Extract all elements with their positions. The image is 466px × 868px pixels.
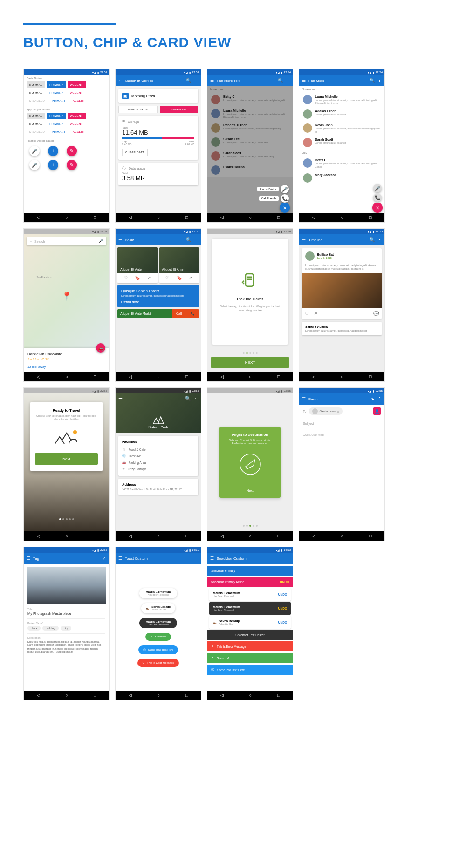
share-icon[interactable]: ↗ (314, 311, 317, 316)
tag-chip[interactable]: black (27, 626, 41, 631)
menu-icon[interactable]: ☰ (210, 556, 214, 561)
check-icon[interactable]: ✓ (103, 556, 106, 561)
recent-icon[interactable]: □ (94, 215, 96, 220)
description-input[interactable]: Duis felis metus, elementum a lectus id,… (24, 640, 109, 654)
undo-button[interactable]: UNDO (280, 580, 289, 583)
share-icon[interactable]: ↗ (147, 276, 151, 280)
heart-icon[interactable]: ♡ (124, 276, 128, 280)
btn-normal[interactable]: NORMAL (27, 113, 45, 119)
tag-chip[interactable]: building (42, 626, 59, 631)
more-icon[interactable]: ⋮ (377, 78, 382, 83)
btn-accent[interactable]: ACCENT (68, 81, 86, 88)
btn-flat-primary2[interactable]: PRIMARY (49, 97, 69, 104)
more-icon[interactable]: ⋮ (286, 78, 290, 83)
next-button[interactable]: Next (35, 453, 98, 465)
bookmark-icon[interactable]: 🔖 (177, 276, 182, 280)
btn-flat-normal[interactable]: NORMAL (27, 89, 45, 96)
btn-accent[interactable]: ACCENT (68, 113, 86, 119)
menu-icon[interactable]: ☰ (302, 78, 306, 83)
fab-add[interactable]: + (48, 160, 58, 170)
search-icon[interactable]: 🔍 (186, 237, 191, 242)
fab-directions[interactable]: 🚗 (96, 343, 105, 353)
snackbar: Mauris ElementumHas Been RemovedUNDO (209, 602, 291, 615)
snackbar: Snackbar Primary ActionUNDO (207, 577, 293, 587)
send-icon[interactable]: ➤ (371, 397, 375, 401)
bookmark-icon[interactable]: 🔖 (135, 276, 140, 280)
menu-icon[interactable]: ☰ (118, 396, 123, 401)
menu-icon[interactable]: ☰ (302, 397, 306, 401)
screen-toast: ▾◢▮14:13 ☰Toast Custom Mauris ElementumH… (115, 547, 201, 700)
fab-edit[interactable]: ✎ (67, 146, 77, 156)
home-icon[interactable]: ○ (66, 215, 68, 220)
fab-mic[interactable]: 🎤 (29, 160, 40, 170)
more-icon[interactable]: ⋮ (194, 78, 198, 83)
share-icon[interactable]: ↗ (189, 276, 192, 280)
search-icon[interactable]: 🔍 (186, 78, 191, 83)
next-button[interactable]: NEXT (211, 357, 289, 368)
more-icon[interactable]: ⋮ (377, 397, 382, 401)
next-button[interactable]: Next (225, 487, 274, 492)
fab-mic[interactable]: 🎤 (29, 146, 40, 156)
heart-icon[interactable]: ♡ (165, 276, 169, 280)
menu-icon[interactable]: ☰ (210, 78, 214, 83)
fab-close[interactable]: ✕ (280, 203, 290, 213)
btn-flat-primary2[interactable]: PRIMARY (49, 129, 69, 135)
btn-flat-accent2[interactable]: ACCENT (70, 129, 88, 135)
fab-edit[interactable]: ✎ (67, 160, 77, 170)
menu-icon[interactable]: ☰ (302, 237, 306, 242)
btn-normal[interactable]: NORMAL (27, 81, 45, 88)
title-input[interactable]: My Photograph Masterpiece (24, 611, 109, 618)
menu-icon[interactable]: ☰ (27, 556, 30, 561)
screen-utilities: ▾◢▮22:54 ←Button In Utilities🔍⋮ ▣ Mornin… (115, 69, 201, 223)
btn-flat-accent[interactable]: ACCENT (68, 89, 86, 96)
subject-input[interactable]: Subject (299, 418, 384, 429)
search-icon[interactable]: 🔍 (185, 396, 191, 401)
comment-icon[interactable]: 💬 (373, 311, 379, 316)
tag-chip[interactable]: city (61, 626, 71, 631)
fab-voice[interactable]: 🎤 (281, 185, 289, 193)
body-input[interactable]: Compose Mail (299, 429, 384, 440)
btn-primary[interactable]: PRIMARY (47, 113, 66, 119)
heart-icon[interactable]: ♡ (305, 311, 309, 316)
search-icon[interactable]: 🔍 (370, 237, 375, 242)
search-icon[interactable]: 🔍 (278, 78, 283, 83)
menu-icon[interactable]: ≡ (30, 240, 32, 243)
fab-mic[interactable]: 🎤 (373, 184, 382, 192)
snackbar: 👞Seven BelladjiAdded to CartUNDO (209, 616, 291, 629)
force-stop-button[interactable]: FORCE STOP (118, 106, 158, 113)
back-icon[interactable]: ◁ (37, 215, 40, 220)
menu-icon[interactable]: ☰ (118, 237, 122, 242)
btn-primary[interactable]: PRIMARY (47, 81, 66, 88)
page-title: BUTTON, CHIP & CARD VIEW (23, 34, 443, 50)
btn-flat-primary[interactable]: PRIMARY (47, 89, 66, 96)
call-button[interactable]: Call📞 (172, 309, 199, 318)
more-icon[interactable]: ⋮ (193, 396, 198, 401)
search-icon[interactable]: 🔍 (370, 78, 375, 83)
snackbar-success: ✓Success! (207, 653, 293, 663)
btn-flat-normal[interactable]: NORMAL (27, 121, 45, 127)
undo-button[interactable]: UNDO (278, 607, 287, 610)
travel-icon (35, 427, 98, 447)
btn-flat-primary[interactable]: PRIMARY (47, 121, 66, 127)
back-icon[interactable]: ← (118, 78, 123, 83)
fab-label: Record Voice (257, 187, 279, 191)
btn-flat-accent2[interactable]: ACCENT (70, 97, 88, 104)
clear-data-button[interactable]: CLEAR DATA (122, 149, 148, 156)
btn-flat-accent[interactable]: ACCENT (68, 121, 86, 127)
undo-button[interactable]: UNDO (278, 593, 287, 596)
undo-button[interactable]: UNDO (278, 621, 287, 624)
fab-close[interactable]: ✕ (372, 203, 383, 213)
search-input[interactable]: Search (34, 240, 96, 243)
more-icon[interactable]: ⋮ (194, 237, 198, 242)
fab-call[interactable]: 📞 (373, 193, 382, 202)
uninstall-button[interactable]: UNINSTALL (160, 106, 198, 113)
info-icon: ⓘ (143, 648, 146, 652)
mic-icon[interactable]: 🎤 (99, 239, 103, 243)
add-contact-button[interactable]: 👤 (373, 407, 381, 415)
fab-call[interactable]: 📞 (281, 194, 289, 203)
fab-add[interactable]: + (48, 146, 58, 156)
more-icon[interactable]: ⋮ (377, 237, 382, 242)
recipient-chip[interactable]: Garcia Lewis⊗ (309, 407, 343, 415)
menu-icon[interactable]: ☰ (118, 556, 122, 561)
listen-button[interactable]: LISTEN NOW (121, 301, 195, 304)
